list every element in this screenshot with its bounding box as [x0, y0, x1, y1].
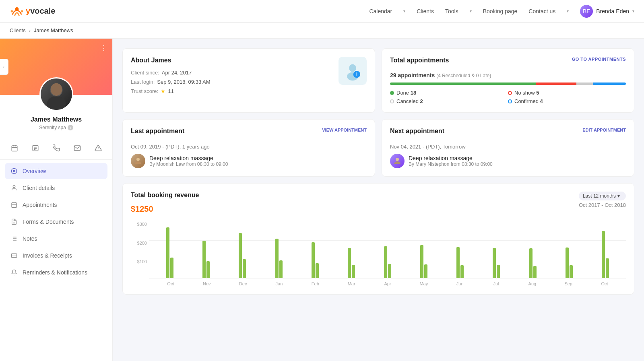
breadcrumb-parent[interactable]: Clients	[10, 27, 26, 33]
next-apt-by: By Mary Nistephon from 08:30 to 09:00	[409, 161, 493, 167]
svg-point-17	[13, 170, 15, 172]
revenue-period: Oct 2017 - Oct 2018	[579, 202, 626, 208]
svg-rect-19	[12, 203, 17, 208]
sidebar-item-appointments[interactable]: Appointments	[5, 197, 107, 213]
bar-5-0	[348, 248, 351, 278]
action-email[interactable]	[71, 142, 84, 155]
action-phone[interactable]	[50, 142, 63, 155]
noshow-label: No show 5	[514, 90, 539, 96]
svg-point-38	[396, 158, 399, 161]
go-to-appointments-link[interactable]: GO TO APPOINTMENTS	[572, 57, 626, 62]
x-label-may-7: May	[406, 281, 442, 286]
revenue-title: Total booking revenue	[131, 192, 199, 199]
user-name: Brenda Eden	[596, 8, 629, 14]
bar-10-1	[533, 266, 537, 278]
sidebar-item-client-details[interactable]: Client details	[5, 180, 107, 196]
confirmed-dot	[508, 99, 512, 103]
about-title: About James	[131, 57, 339, 64]
x-label-dec-2: Dec	[225, 281, 261, 286]
bar-group-10	[516, 222, 550, 278]
bar-5-1	[352, 265, 355, 278]
sidebar-item-overview[interactable]: Overview	[5, 163, 107, 179]
revenue-amount: $1250	[131, 204, 199, 214]
nav-links: Calendar ▾ Clients Tools ▾ Booking page …	[369, 5, 634, 18]
revenue-card: Total booking revenue $1250 Last 12 mont…	[122, 183, 634, 295]
sidebar-toggle[interactable]: ‹	[0, 59, 8, 75]
reminders-label: Reminders & Notifications	[23, 269, 87, 276]
action-calendar[interactable]	[8, 142, 21, 155]
last-apt-date: Oct 09, 2019 - (PDT), 1 years ago	[131, 144, 367, 150]
trust-star: ★	[161, 88, 165, 94]
bars-container	[149, 222, 626, 278]
done-dot	[390, 91, 394, 95]
notes-label: Notes	[23, 235, 37, 242]
bar-4-1	[316, 263, 319, 278]
x-label-nov-1: Nov	[189, 281, 225, 286]
nav-calendar[interactable]: Calendar	[369, 8, 392, 14]
logo-icon	[10, 4, 24, 19]
about-icon: i	[339, 57, 367, 85]
breadcrumb-separator: ›	[29, 27, 31, 33]
next-apt-service: Deep relaxation massage By Mary Nistepho…	[390, 154, 626, 168]
bar-1-0	[202, 241, 206, 278]
period-badge[interactable]: Last 12 months ▾	[579, 192, 626, 200]
profile-actions	[0, 137, 112, 160]
appointment-count: 29 appointments (4 Rescheduled & 0 Late)	[390, 72, 626, 78]
nav-tools[interactable]: Tools	[445, 8, 458, 14]
y-label-200: $200	[131, 241, 147, 245]
bar-11-0	[566, 248, 569, 278]
stat-done: Done 18	[390, 90, 508, 96]
bar-6-0	[384, 246, 387, 278]
action-notes[interactable]	[29, 142, 42, 155]
done-label: Done 18	[396, 90, 416, 96]
x-label-sep-11: Sep	[550, 281, 586, 286]
sidebar-more-button[interactable]: ⋮	[100, 43, 107, 52]
edit-appointment-link[interactable]: EDIT APPOINTMENT	[582, 128, 626, 132]
sidebar-item-notes[interactable]: Notes	[5, 231, 107, 247]
nav-clients[interactable]: Clients	[417, 8, 434, 14]
view-appointment-link[interactable]: VIEW APPOINTMENT	[322, 128, 367, 132]
sidebar-item-forms[interactable]: Forms & Documents	[5, 214, 107, 230]
invoices-icon	[10, 252, 18, 259]
bar-11-1	[570, 265, 573, 278]
forms-icon	[10, 218, 18, 225]
sidebar-item-reminders[interactable]: Reminders & Notifications	[5, 264, 107, 281]
bar-group-12	[588, 222, 623, 278]
nav-booking[interactable]: Booking page	[483, 8, 518, 14]
bar-8-0	[456, 247, 460, 278]
next-service-name: Deep relaxation massage	[409, 155, 493, 161]
appointment-stats: Done 18 No show 5 Canceled 2 Confirmed 4	[390, 90, 626, 104]
x-label-jan-3: Jan	[261, 281, 297, 286]
progress-done	[390, 83, 536, 85]
bar-group-3	[261, 222, 296, 278]
bar-group-9	[479, 222, 514, 278]
x-label-aug-10: Aug	[514, 281, 550, 286]
bar-2-1	[243, 259, 246, 278]
invoices-label: Invoices & Receipts	[23, 252, 72, 259]
appointments-label: Appointments	[23, 202, 57, 208]
appointments-icon	[10, 201, 18, 208]
sidebar-nav: Overview Client details Appointments For…	[0, 160, 112, 361]
next-apt-title: Next appointment	[390, 128, 444, 135]
confirmed-label: Confirmed 4	[514, 98, 543, 104]
chart-area: $300 $200 $100 OctNovDecJanFebMarAp	[131, 222, 626, 286]
noshow-dot	[508, 91, 512, 95]
bar-group-6	[370, 222, 405, 278]
cancelled-dot	[390, 99, 394, 103]
total-appointments-card: Total appointments GO TO APPOINTMENTS 29…	[382, 48, 634, 113]
nav-user[interactable]: BE Brenda Eden ▾	[580, 5, 634, 18]
sidebar-item-invoices[interactable]: Invoices & Receipts	[5, 248, 107, 264]
reminders-icon	[10, 269, 18, 276]
progress-confirmed	[593, 83, 626, 85]
next-provider-icon	[392, 156, 402, 166]
spa-info-icon[interactable]: i	[68, 125, 73, 130]
nav-contact[interactable]: Contact us	[528, 8, 555, 14]
last-apt-title: Last appointment	[131, 128, 184, 135]
bar-12-1	[606, 258, 609, 278]
svg-text:i: i	[356, 72, 357, 76]
stat-confirmed: Confirmed 4	[508, 98, 626, 104]
svg-point-5	[50, 83, 62, 96]
logo[interactable]: yvocale	[10, 4, 55, 19]
action-alert[interactable]	[92, 142, 105, 155]
svg-point-16	[11, 168, 17, 173]
